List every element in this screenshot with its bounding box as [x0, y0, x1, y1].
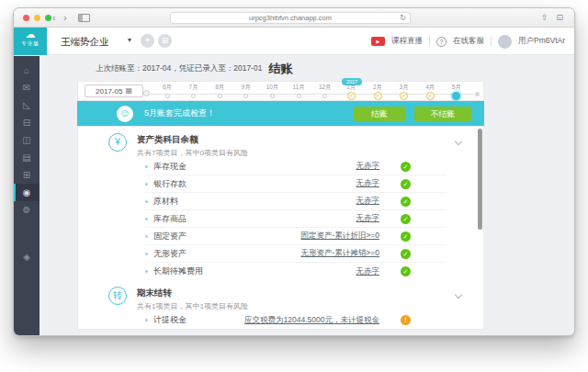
apps-grid-button[interactable]: ⊞	[158, 34, 172, 48]
timeline-month-current[interactable]: 5月	[445, 84, 469, 100]
app-header: ☁ 专业版 王端势企业 ▾ + ⊞ ▶ 课程直播 ? 在线客服 用户Pm6VtA…	[14, 28, 574, 55]
table-row: 库存现金 无赤字 ✓	[145, 158, 447, 175]
back-button[interactable]: ‹	[52, 11, 56, 24]
bullet-icon	[145, 253, 148, 255]
page-title: 结账	[77, 61, 484, 77]
sidebar-item-salary[interactable]: ▤	[14, 149, 40, 166]
row-check-link[interactable]: 无赤字	[356, 266, 380, 277]
row-label: 长期待摊费用	[153, 265, 203, 277]
no-settle-button[interactable]: 不结账	[414, 107, 471, 121]
company-dropdown-icon[interactable]: ▾	[128, 36, 131, 44]
row-check-link[interactable]: 无赤字	[356, 213, 380, 224]
section-title: 资产类科目余额	[137, 134, 483, 146]
username[interactable]: 用户Pm6VtAr	[518, 36, 565, 47]
month-label: 5月	[452, 84, 461, 91]
timeline-month-closed[interactable]: 1月✓	[339, 84, 363, 100]
month-node	[191, 94, 196, 98]
status-ok-icon: ✓	[401, 231, 411, 242]
status-warning-icon: !	[401, 315, 411, 325]
online-support-link[interactable]: 在线客服	[453, 36, 484, 47]
settle-button[interactable]: 结账	[354, 107, 405, 121]
row-label: 固定资产	[153, 231, 187, 242]
share-icon[interactable]: ⇧	[541, 12, 548, 23]
divider	[429, 37, 430, 46]
bullet-icon	[145, 200, 148, 203]
bullet-icon	[145, 218, 148, 220]
closing-checklist-card: ¥ 资产类科目余额 共有7项类目，其中0项类目有风险 库存现金 无赤字 ✓ 银行…	[77, 126, 484, 330]
sidebar-item-accounts[interactable]: ◫	[14, 131, 40, 149]
app-logo[interactable]: ☁ 专业版	[14, 28, 47, 55]
reload-icon[interactable]: ↻	[400, 13, 406, 23]
table-row: 长期待摊费用 无赤字 ✓	[145, 263, 447, 280]
sidebar-item-settings[interactable]: ⚙	[14, 201, 40, 219]
row-check-link[interactable]: 应交税费为12044.5000元，未计提税金	[244, 315, 379, 326]
sidebar-item-reports[interactable]: ◺	[14, 96, 40, 114]
gear-icon: ⚙	[23, 205, 31, 215]
chart-icon: ◺	[23, 100, 30, 110]
timeline-month-closed[interactable]: 2月✓	[366, 84, 390, 100]
add-button[interactable]: +	[141, 34, 154, 48]
home-icon: ⌂	[24, 65, 29, 75]
sidebar-item-purchase[interactable]: ◈	[14, 248, 40, 265]
check-result-banner: ☺ 5月账套完成检查！ 结账 不结账	[77, 101, 484, 126]
address-bar[interactable]: urpcg3hibfvn.chanapp.com ↻	[170, 12, 411, 24]
forward-button[interactable]: ›	[63, 11, 67, 24]
sidebar-item-closing[interactable]: ◉	[14, 184, 40, 201]
row-check-link[interactable]: 无形资产-累计摊销>=0	[301, 248, 380, 259]
sidebar-item-home[interactable]: ⌂	[14, 62, 40, 79]
scrollbar-thumb[interactable]	[478, 129, 482, 230]
section-subtitle: 共有1项类目，其中1项类目有风险	[137, 301, 483, 311]
month-node	[322, 94, 327, 98]
month-node	[243, 94, 248, 98]
month-label: 8月	[215, 84, 224, 91]
minimize-window-button[interactable]	[34, 15, 40, 21]
tabs-icon[interactable]: ⊡	[556, 12, 563, 23]
row-label: 库存商品	[153, 213, 187, 225]
month-label: 6月	[163, 84, 172, 91]
cloud-logo-icon: ☁	[14, 28, 47, 40]
avatar[interactable]	[498, 35, 512, 49]
table-row: 银行存款 无赤字 ✓	[145, 175, 447, 193]
timeline-month[interactable]: 9月	[234, 84, 258, 100]
bullet-icon	[145, 319, 148, 321]
month-label: 11月	[293, 84, 305, 91]
timeline-month-closed[interactable]: 4月✓	[418, 84, 442, 100]
timeline-month[interactable]: 6月	[155, 84, 179, 100]
assets-icon: ⊞	[23, 170, 30, 180]
status-ok-icon: ✓	[401, 266, 411, 276]
month-label: 1月	[346, 84, 356, 91]
company-name[interactable]: 王端势企业	[61, 36, 109, 49]
help-icon: ?	[436, 37, 447, 47]
status-ok-icon: ✓	[401, 197, 411, 207]
purchase-icon: ◈	[23, 252, 30, 262]
divider	[491, 37, 492, 46]
close-window-button[interactable]	[23, 15, 29, 21]
timeline-month[interactable]: 8月	[208, 84, 232, 100]
section-title: 期末结转	[137, 287, 483, 299]
row-check-link[interactable]: 无赤字	[356, 161, 380, 172]
table-row: 固定资产 固定资产-累计折旧>=0 ✓	[145, 228, 447, 245]
timeline-month[interactable]: 11月	[287, 84, 311, 100]
row-label: 原材料	[153, 196, 178, 208]
table-row: 原材料 无赤字 ✓	[145, 193, 447, 210]
period-date-picker[interactable]: 2017-05 ▦	[85, 85, 143, 97]
sidebar-spacer	[14, 219, 40, 248]
row-check-link[interactable]: 无赤字	[356, 196, 380, 207]
sidebar-toggle-icon[interactable]	[78, 14, 90, 22]
row-label: 无形资产	[153, 248, 187, 260]
timeline-month[interactable]: 12月	[313, 84, 337, 100]
banner-message: 5月账套完成检查！	[144, 107, 354, 119]
section-subtitle: 共有7项类目，其中0项类目有风险	[137, 148, 483, 158]
table-row: 库存商品 无赤字 ✓	[145, 210, 447, 228]
live-course-link[interactable]: 课程直播	[391, 36, 423, 47]
row-check-link[interactable]: 无赤字	[356, 178, 380, 189]
sidebar-item-funds[interactable]: ⊟	[14, 114, 40, 131]
zoom-window-button[interactable]	[45, 15, 51, 21]
timeline-month[interactable]: 10月	[261, 84, 285, 100]
row-check-link[interactable]: 固定资产-累计折旧>=0	[301, 231, 380, 242]
timeline-month-closed[interactable]: 3月✓	[392, 84, 416, 100]
sidebar-item-assets[interactable]: ⊞	[14, 166, 40, 184]
month-check-icon: ✓	[347, 92, 356, 100]
timeline-month[interactable]: 7月	[182, 84, 206, 100]
sidebar-item-invoice[interactable]: ✉	[14, 79, 40, 96]
